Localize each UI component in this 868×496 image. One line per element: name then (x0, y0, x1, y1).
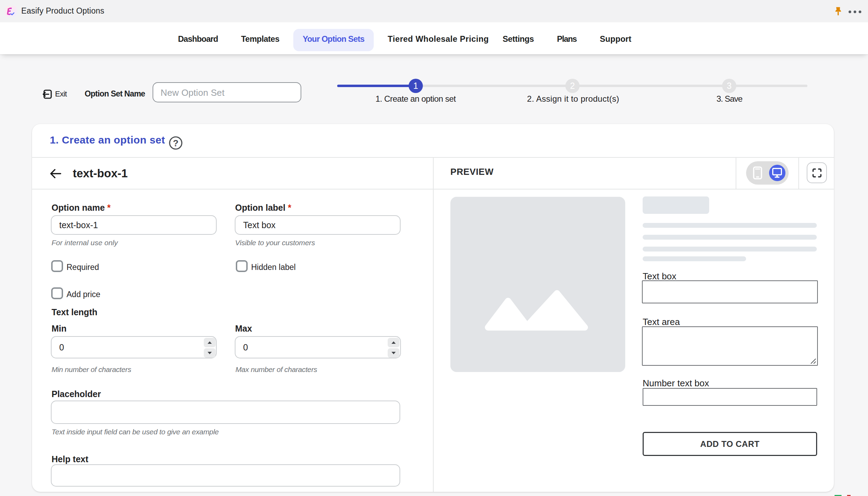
svg-text:?: ? (173, 138, 179, 148)
